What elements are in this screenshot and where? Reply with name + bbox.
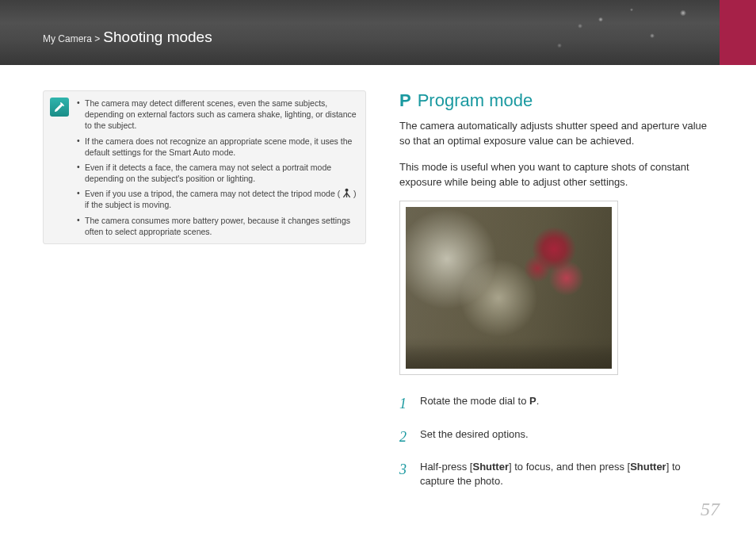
tripod-icon bbox=[342, 188, 351, 198]
step-text: Half-press [Shutter] to focus, and then … bbox=[420, 460, 713, 488]
note-item: The camera consumes more battery power, … bbox=[77, 215, 357, 237]
step-text: Set the desired options. bbox=[420, 427, 529, 442]
step-item: 3 Half-press [Shutter] to focus, and the… bbox=[399, 460, 713, 488]
note-list: The camera may detect different scenes, … bbox=[77, 98, 357, 237]
page-title: Shooting modes bbox=[103, 29, 212, 46]
step-text: Rotate the mode dial to P. bbox=[420, 394, 539, 408]
left-column: The camera may detect different scenes, … bbox=[43, 90, 366, 501]
note-item: Even if you use a tripod, the camera may… bbox=[77, 188, 357, 210]
section-title: P Program mode bbox=[399, 90, 713, 111]
steps-list: 1 Rotate the mode dial to P. 2 Set the d… bbox=[399, 394, 713, 488]
shutter-key-label: Shutter bbox=[630, 461, 666, 473]
step-item: 2 Set the desired options. bbox=[399, 427, 713, 447]
right-column: P Program mode The camera automatically … bbox=[399, 90, 713, 501]
pencil-note-icon bbox=[50, 98, 69, 117]
content-area: The camera may detect different scenes, … bbox=[0, 65, 756, 501]
note-item: The camera may detect different scenes, … bbox=[77, 98, 357, 132]
step-item: 1 Rotate the mode dial to P. bbox=[399, 394, 713, 414]
step-text-fragment: Half-press [ bbox=[420, 461, 472, 473]
step-text-fragment: Rotate the mode dial to bbox=[420, 395, 529, 407]
note-box: The camera may detect different scenes, … bbox=[43, 90, 366, 244]
mode-letter-icon: P bbox=[399, 90, 411, 111]
breadcrumb: My Camera > bbox=[43, 33, 100, 44]
step-number: 3 bbox=[399, 460, 410, 480]
sample-photo bbox=[406, 207, 612, 369]
svg-point-0 bbox=[346, 189, 349, 192]
step-number: 1 bbox=[399, 394, 410, 414]
note-item: If the camera does not recognize an appr… bbox=[77, 136, 357, 158]
step-text-fragment: ] to focus, and then press [ bbox=[509, 461, 630, 473]
step-text-fragment: . bbox=[536, 395, 540, 407]
section-paragraph: This mode is useful when you want to cap… bbox=[399, 160, 713, 190]
note-item: Even if it detects a face, the camera ma… bbox=[77, 162, 357, 184]
mode-letter-inline: P bbox=[529, 395, 536, 407]
page-number: 57 bbox=[701, 499, 720, 520]
header-sparkle-decor bbox=[518, 0, 724, 65]
header-accent-bar bbox=[720, 0, 756, 65]
page-header: My Camera > Shooting modes bbox=[0, 0, 756, 65]
step-number: 2 bbox=[399, 427, 410, 447]
note-item-text: Even if you use a tripod, the camera may… bbox=[85, 189, 340, 198]
shutter-key-label: Shutter bbox=[472, 461, 509, 473]
section-paragraph: The camera automatically adjusts shutter… bbox=[399, 119, 713, 149]
section-title-text: Program mode bbox=[418, 90, 533, 111]
sample-photo-frame bbox=[399, 201, 618, 375]
